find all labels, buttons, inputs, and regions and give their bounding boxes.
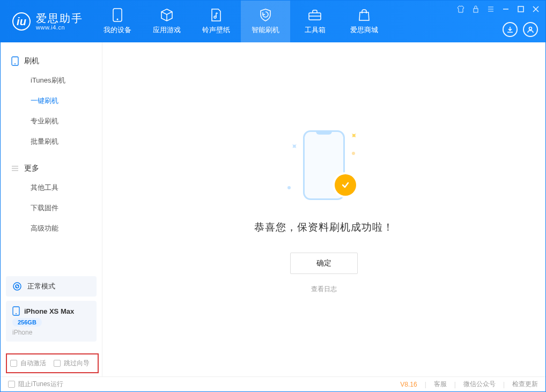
confirm-button[interactable]: 确定 xyxy=(290,253,358,274)
sidebar: 刷机 iTunes刷机 一键刷机 专业刷机 批量刷机 更多 其他工具 下载固件 … xyxy=(1,42,102,376)
separator: | xyxy=(425,381,426,388)
sparkle-icon: ✦ xyxy=(348,129,360,142)
svg-point-1 xyxy=(117,19,119,20)
svg-point-20 xyxy=(16,313,17,314)
tab-label: 我的设备 xyxy=(104,25,131,35)
footer-link-update[interactable]: 检查更新 xyxy=(512,380,538,389)
separator: | xyxy=(454,381,456,388)
checkbox-icon xyxy=(8,381,15,388)
device-type: iPhone xyxy=(12,329,32,336)
svg-point-18 xyxy=(13,283,21,290)
svg-rect-9 xyxy=(518,6,523,12)
tab-label: 铃声壁纸 xyxy=(202,25,230,35)
tab-label: 应用游戏 xyxy=(153,25,181,35)
separator: | xyxy=(503,381,505,388)
footer-link-service[interactable]: 客服 xyxy=(434,380,447,389)
tab-my-device[interactable]: 我的设备 xyxy=(93,1,142,42)
sparkle-icon: ✦ xyxy=(288,140,300,152)
device-name: iPhone XS Max xyxy=(24,307,74,315)
svg-point-12 xyxy=(529,27,532,30)
svg-rect-4 xyxy=(474,9,478,12)
checkbox-icon xyxy=(10,360,17,367)
device-mode-label: 正常模式 xyxy=(27,282,55,291)
dot-icon xyxy=(352,152,355,155)
tab-flash[interactable]: 智能刷机 xyxy=(241,1,290,42)
sync-icon xyxy=(12,282,22,291)
version-label: V8.16 xyxy=(400,381,417,388)
tab-store[interactable]: 爱思商城 xyxy=(340,1,389,42)
status-bar: 阻止iTunes运行 V8.16 | 客服 | 微信公众号 | 检查更新 xyxy=(1,376,545,391)
list-icon xyxy=(11,165,19,172)
checkbox-skip-guide[interactable]: 跳过向导 xyxy=(54,359,90,368)
success-illustration: ✦ ✦ xyxy=(281,125,367,205)
sidebar-item-advanced[interactable]: 高级功能 xyxy=(1,218,102,239)
minimize-button[interactable] xyxy=(501,5,510,13)
header-right-buttons xyxy=(503,22,538,37)
sidebar-item-oneclick-flash[interactable]: 一键刷机 xyxy=(1,91,102,111)
logo-text: 爱思助手 www.i4.cn xyxy=(36,12,83,31)
dot-icon xyxy=(287,186,291,189)
device-mode-row[interactable]: 正常模式 xyxy=(6,276,97,297)
flash-options-highlight: 自动激活 跳过向导 xyxy=(6,353,99,373)
shield-icon xyxy=(259,8,272,22)
sidebar-group-flash: 刷机 xyxy=(1,52,102,70)
close-button[interactable] xyxy=(532,5,540,13)
sidebar-group-more: 更多 xyxy=(1,159,102,177)
user-button[interactable] xyxy=(523,22,538,37)
tab-ringtones[interactable]: 铃声壁纸 xyxy=(191,1,241,42)
check-badge-icon xyxy=(335,174,356,196)
phone-icon xyxy=(11,56,19,66)
bag-icon xyxy=(357,8,371,22)
checkbox-auto-activate[interactable]: 自动激活 xyxy=(10,359,46,368)
tab-label: 智能刷机 xyxy=(252,25,279,35)
checkbox-icon xyxy=(54,360,61,367)
shirt-icon[interactable] xyxy=(456,5,465,13)
sidebar-item-batch-flash[interactable]: 批量刷机 xyxy=(1,131,102,152)
device-panel: 正常模式 iPhone XS Max 256GB iPhone xyxy=(6,276,97,342)
app-title: 爱思助手 xyxy=(36,12,83,24)
sidebar-item-download-firmware[interactable]: 下载固件 xyxy=(1,198,102,218)
checkbox-block-itunes[interactable]: 阻止iTunes运行 xyxy=(8,380,63,389)
header-bar: iu 爱思助手 www.i4.cn 我的设备 应用游戏 铃声壁纸 智能刷机 工具… xyxy=(1,1,545,42)
app-logo-icon: iu xyxy=(12,12,31,31)
tab-apps[interactable]: 应用游戏 xyxy=(142,1,191,42)
device-capacity: 256GB xyxy=(12,318,42,327)
download-button[interactable] xyxy=(503,22,518,37)
success-message: 恭喜您，保资料刷机成功啦！ xyxy=(254,220,394,234)
sidebar-group-label: 刷机 xyxy=(24,56,39,66)
device-info-row[interactable]: iPhone XS Max 256GB iPhone xyxy=(6,301,97,342)
view-log-link[interactable]: 查看日志 xyxy=(311,285,337,294)
lock-icon[interactable] xyxy=(471,5,480,13)
tab-label: 爱思商城 xyxy=(350,25,378,35)
sidebar-item-other-tools[interactable]: 其他工具 xyxy=(1,177,102,198)
tab-toolbox[interactable]: 工具箱 xyxy=(290,1,340,42)
checkbox-label: 自动激活 xyxy=(20,359,46,368)
title-bar-controls xyxy=(456,5,540,13)
music-file-icon xyxy=(209,8,223,22)
nav-tabs: 我的设备 应用游戏 铃声壁纸 智能刷机 工具箱 爱思商城 xyxy=(93,1,389,42)
toolbox-icon xyxy=(308,8,322,22)
sidebar-item-pro-flash[interactable]: 专业刷机 xyxy=(1,111,102,131)
svg-point-14 xyxy=(14,63,16,64)
app-subtitle: www.i4.cn xyxy=(36,24,83,31)
cube-icon xyxy=(160,8,174,22)
menu-icon[interactable] xyxy=(486,5,495,13)
device-icon xyxy=(110,8,124,22)
sidebar-group-label: 更多 xyxy=(24,164,39,173)
checkbox-label: 阻止iTunes运行 xyxy=(18,380,63,389)
maximize-button[interactable] xyxy=(517,5,525,13)
footer-link-wechat[interactable]: 微信公众号 xyxy=(463,380,496,389)
tab-label: 工具箱 xyxy=(305,25,326,35)
logo-area[interactable]: iu 爱思助手 www.i4.cn xyxy=(1,12,93,31)
device-phone-icon xyxy=(12,306,20,316)
sidebar-item-itunes-flash[interactable]: iTunes刷机 xyxy=(1,70,102,91)
checkbox-label: 跳过向导 xyxy=(64,359,90,368)
main-content: ✦ ✦ 恭喜您，保资料刷机成功啦！ 确定 查看日志 xyxy=(102,42,545,376)
